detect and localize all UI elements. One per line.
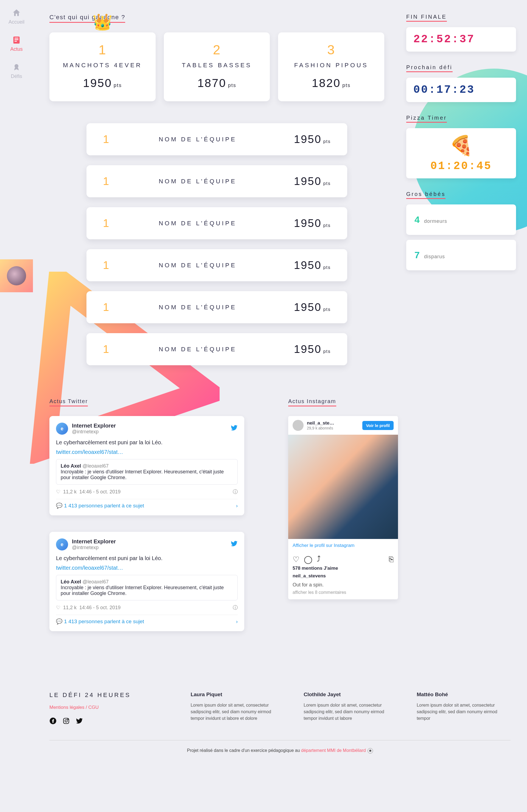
tweet-meta: ♡ 11,2 k 14:46 - 5 oct. 2019 ⓘ: [56, 489, 238, 495]
bookmark-icon[interactable]: ⎘: [389, 555, 394, 564]
right-widgets: FIN FINALE 22:52:37 Prochain défi 00:17:…: [406, 14, 516, 365]
tweet-talk-link[interactable]: 💬 1 413 personnes parlent à ce sujet ›: [56, 499, 238, 509]
svg-point-8: [68, 719, 68, 720]
podium-card-3[interactable]: 3 FASHION PIPOUS 1820pts: [278, 32, 384, 101]
heart-icon[interactable]: ♡: [56, 605, 60, 611]
podium-points: 1820pts: [284, 76, 379, 90]
svg-rect-2: [15, 39, 18, 40]
team-row[interactable]: 1 NOM DE L'ÉQUIPE 1950pts: [86, 207, 347, 239]
instagram-image[interactable]: [288, 435, 398, 539]
podium-team: FASHION PIPOUS: [284, 62, 379, 69]
podium-card-2[interactable]: 2 TABLES BASSES 1870pts: [164, 32, 270, 101]
svg-rect-3: [15, 41, 17, 42]
home-icon: [12, 8, 21, 17]
instagram-card[interactable]: neil_a_ste… 29,9 k abonnés Voir le profi…: [288, 416, 398, 599]
chevron-right-icon: ›: [236, 619, 238, 625]
tweet-body: Le cyberharcèlement est puni par la loi …: [56, 438, 238, 446]
instagram-caption: Out for a spin.: [288, 579, 398, 589]
twitter-icon[interactable]: [76, 717, 83, 726]
tweet-user: Internet Explorer: [72, 538, 116, 545]
widget-babies-title: Gros bébés: [406, 191, 445, 199]
info-icon[interactable]: ⓘ: [233, 604, 238, 611]
footer-badge-icon: ✱: [368, 748, 373, 754]
comment-icon: 💬: [56, 619, 62, 624]
instagram-followers: 29,9 k abonnés: [307, 426, 334, 430]
widget-babies: Gros bébés 4dormeurs 7disparus: [406, 191, 516, 270]
footer-col: Mattéo Bohé Lorem ipsum dolor sit amet, …: [417, 692, 511, 726]
footer-col: Laura Piquet Lorem ipsum dolor sit amet,…: [190, 692, 284, 726]
tweet-handle: @intrnetexp: [72, 545, 116, 550]
info-icon[interactable]: ⓘ: [233, 489, 238, 495]
comment-icon[interactable]: ◯: [304, 555, 312, 564]
missing-label: disparus: [424, 254, 445, 260]
tweet-meta: ♡ 11,2 k 14:46 - 5 oct. 2019 ⓘ: [56, 604, 238, 611]
svg-point-7: [65, 720, 68, 722]
footer: LE DÉFI 24 HEURES Mentions légales / CGU…: [41, 675, 527, 762]
twitter-bird-icon: [231, 540, 238, 549]
tweet-avatar-icon: e: [56, 538, 68, 550]
footer-col: Clothilde Jayet Lorem ipsum dolor sit am…: [303, 692, 397, 726]
nav-home[interactable]: Accueil: [9, 8, 25, 25]
team-row[interactable]: 1 NOM DE L'ÉQUIPE 1950pts: [86, 165, 347, 197]
tweet-user: Internet Explorer: [72, 423, 116, 429]
instagram-user: neil_a_ste…: [307, 420, 334, 426]
badge-icon: [12, 62, 21, 72]
twitter-feed-title: Actus Twitter: [49, 398, 88, 406]
instagram-username: neil_a_stevens: [288, 573, 398, 579]
timer-final-value: 22:52:37: [413, 33, 509, 46]
team-row[interactable]: 1 NOM DE L'ÉQUIPE 1950pts: [86, 249, 347, 281]
pizza-icon: 🍕: [413, 134, 509, 157]
team-row[interactable]: 1 NOM DE L'ÉQUIPE 1950pts: [86, 333, 347, 365]
heart-icon[interactable]: ♡: [56, 489, 60, 495]
podium-points: 1870pts: [169, 76, 265, 90]
team-row[interactable]: 1 NOM DE L'ÉQUIPE 1950pts: [86, 123, 347, 155]
facebook-icon[interactable]: [49, 717, 57, 726]
podium-rank: 1: [55, 42, 150, 57]
footer-brand: LE DÉFI 24 HEURES: [49, 692, 171, 699]
share-icon[interactable]: ⤴: [317, 555, 321, 564]
tweet-talk-link[interactable]: 💬 1 413 personnes parlent à ce sujet ›: [56, 615, 238, 625]
missing-count: 7: [414, 250, 420, 260]
twitter-feed: Actus Twitter e Internet Explorer @intrn…: [49, 398, 244, 648]
comment-icon: 💬: [56, 503, 62, 508]
side-nav: Accueil Actus Défis: [0, 0, 33, 79]
team-row[interactable]: 1 NOM DE L'ÉQUIPE 1950pts: [86, 291, 347, 323]
user-avatar-card[interactable]: [0, 259, 33, 292]
tweet-handle: @intrnetexp: [72, 429, 116, 435]
instagram-feed: Actus Instagram neil_a_ste… 29,9 k abonn…: [288, 398, 483, 648]
leaderboard-title: C'est qui qui gaaagne ?: [49, 14, 125, 23]
podium: 👑 1 MANCHOTS 4EVER 1950pts 2 TABLES BASS…: [49, 32, 384, 101]
widget-pizza: Pizza Timer 🍕 01:20:45: [406, 115, 516, 178]
tweet-quote[interactable]: Léo Axel @leoaxel67 Incroyable : je vien…: [56, 575, 238, 600]
instagram-comments-link[interactable]: afficher les 8 commentaires: [288, 589, 398, 599]
instagram-likes: 578 mentions J'aime: [288, 564, 398, 573]
timer-pizza-value: 01:20:45: [413, 160, 509, 172]
podium-points: 1950pts: [55, 76, 150, 90]
podium-team: TABLES BASSES: [169, 62, 265, 69]
footer-dept-link[interactable]: département MMI de Montbéliard: [301, 748, 366, 753]
crown-icon: 👑: [92, 13, 112, 31]
twitter-bird-icon: [231, 424, 238, 433]
tweet-card[interactable]: e Internet Explorer @intrnetexp Le cyber…: [49, 532, 244, 631]
nav-defis[interactable]: Défis: [11, 62, 22, 79]
tweet-link[interactable]: twitter.com/leoaxel67/stat…: [56, 565, 123, 571]
tweet-quote[interactable]: Léo Axel @leoaxel67 Incroyable : je vien…: [56, 459, 238, 484]
svg-rect-1: [15, 38, 18, 39]
nav-actus[interactable]: Actus: [10, 35, 23, 52]
instagram-profile-link[interactable]: Afficher le profil sur Instagram: [288, 539, 398, 552]
tweet-card[interactable]: e Internet Explorer @intrnetexp Le cyber…: [49, 416, 244, 516]
instagram-view-profile-button[interactable]: Voir le profil: [362, 421, 394, 430]
footer-legal-link[interactable]: Mentions légales / CGU: [49, 705, 171, 710]
instagram-avatar-icon: [293, 420, 303, 431]
tweet-link[interactable]: twitter.com/leoaxel67/stat…: [56, 449, 123, 455]
widget-final: FIN FINALE 22:52:37: [406, 14, 516, 52]
podium-rank: 3: [284, 42, 379, 57]
instagram-icon[interactable]: [62, 717, 70, 726]
footer-bottom: Projet réalisé dans le cadre d'un exerci…: [49, 740, 511, 754]
podium-card-1[interactable]: 👑 1 MANCHOTS 4EVER 1950pts: [49, 32, 156, 101]
social-feeds: Actus Twitter e Internet Explorer @intrn…: [41, 387, 494, 675]
heart-icon[interactable]: ♡: [293, 555, 299, 564]
nav-actus-label: Actus: [10, 46, 23, 52]
nav-defis-label: Défis: [11, 74, 22, 79]
sidebar: Accueil Actus Défis: [0, 0, 33, 762]
